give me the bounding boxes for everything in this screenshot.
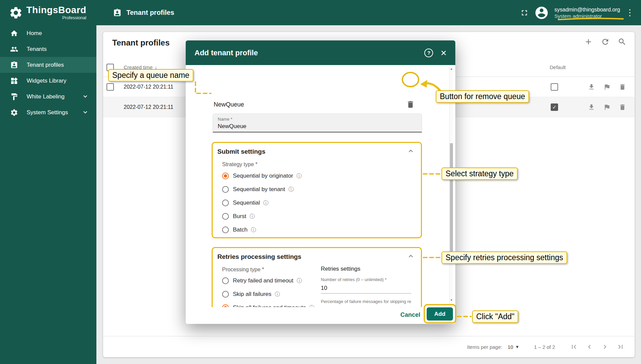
items-per-page-label: Items per page: xyxy=(467,344,502,350)
sidebar-item-tenant-profiles[interactable]: Tenant profiles xyxy=(0,57,96,73)
queue-name-input[interactable]: Name * NewQueue xyxy=(213,114,422,132)
sidebar-nav: Home Tenants Tenant profiles Widgets Lib… xyxy=(0,25,96,364)
dialog-header: Add tenant profile ? × xyxy=(186,40,455,65)
add-button[interactable]: Add xyxy=(427,307,453,321)
first-page-icon[interactable] xyxy=(570,343,578,351)
pagination-bar: Items per page: 10 ▾ 1 – 2 of 2 xyxy=(103,336,635,357)
gear-icon xyxy=(10,109,18,117)
sidebar-item-tenants[interactable]: Tenants xyxy=(0,41,96,57)
info-icon[interactable]: ⓘ xyxy=(263,200,269,207)
header-actions: sysadmin@thingsboard.org System administ… xyxy=(520,0,641,25)
sidebar-item-white-labeling[interactable]: White Labeling xyxy=(0,89,96,104)
input-underline xyxy=(321,293,411,294)
radio-burst[interactable]: Burst ⓘ xyxy=(222,212,302,221)
page-header: Tenant profiles xyxy=(113,8,174,17)
delete-icon[interactable] xyxy=(619,103,626,111)
kebab-menu-icon[interactable]: ⋮ xyxy=(625,7,632,18)
scroll-up-icon[interactable]: ▲ xyxy=(450,67,453,70)
flag-icon[interactable] xyxy=(603,83,611,91)
radio-button[interactable] xyxy=(222,277,229,284)
info-icon[interactable]: ⓘ xyxy=(309,304,314,307)
radio-button[interactable] xyxy=(222,226,229,233)
column-default[interactable]: Default xyxy=(550,64,566,70)
info-icon[interactable]: ⓘ xyxy=(297,173,302,180)
page-title: Tenant profiles xyxy=(126,9,174,17)
people-icon xyxy=(10,45,18,53)
refresh-icon[interactable] xyxy=(601,37,610,46)
sidebar-item-widgets-library[interactable]: Widgets Library xyxy=(0,73,96,89)
collapse-chevron-icon[interactable] xyxy=(407,147,415,155)
add-tenant-profile-dialog: Add tenant profile ? × NewQueue Name * N… xyxy=(186,40,455,324)
radio-skip-all-failures[interactable]: Skip all failures ⓘ xyxy=(222,290,314,299)
default-checkbox[interactable]: ✓ xyxy=(551,103,558,111)
retries-settings-title: Retries settings xyxy=(321,266,360,272)
fullscreen-icon[interactable] xyxy=(520,8,529,17)
sidebar-item-home[interactable]: Home xyxy=(0,25,96,41)
info-icon[interactable]: ⓘ xyxy=(288,186,294,193)
cell-created-time: 2022-07-12 20:21:11 xyxy=(124,104,173,110)
brand-name: ThingsBoard xyxy=(26,5,86,15)
radio-button[interactable] xyxy=(222,200,229,206)
radio-button[interactable] xyxy=(222,304,229,307)
add-icon[interactable] xyxy=(584,37,593,46)
search-icon[interactable] xyxy=(618,37,627,46)
remove-queue-trash-icon[interactable] xyxy=(406,100,415,109)
dialog-footer: Cancel Add xyxy=(186,307,455,324)
download-icon[interactable] xyxy=(588,103,595,111)
close-icon[interactable]: × xyxy=(440,49,447,57)
last-page-icon[interactable] xyxy=(616,343,624,351)
check-icon: ✓ xyxy=(552,104,557,110)
info-icon[interactable]: ⓘ xyxy=(251,226,256,234)
radio-button[interactable] xyxy=(222,291,229,298)
info-icon[interactable]: ⓘ xyxy=(275,291,280,298)
home-icon xyxy=(10,29,18,37)
help-icon[interactable]: ? xyxy=(424,49,433,57)
radio-sequential-by-tenant[interactable]: Sequential by tenant ⓘ xyxy=(222,185,302,194)
retries-processing-section: Retries processing settings Processing t… xyxy=(212,247,422,307)
radio-sequential-by-originator[interactable]: Sequential by originator ⓘ xyxy=(222,171,302,181)
next-page-icon[interactable] xyxy=(601,343,609,351)
number-of-retries-input[interactable]: 10 xyxy=(321,285,327,292)
user-email: sysadmin@thingsboard.org xyxy=(554,6,620,13)
card-toolbar xyxy=(584,37,627,46)
processing-radio-group: Retry failed and timeout ⓘ Skip all fail… xyxy=(222,276,314,307)
radio-sequential[interactable]: Sequential ⓘ xyxy=(222,198,302,208)
sidebar-item-system-settings[interactable]: System Settings xyxy=(0,104,96,120)
tenant-profile-icon xyxy=(10,61,18,69)
scrollbar-thumb[interactable] xyxy=(450,143,453,262)
strategy-radio-group: Sequential by originator ⓘ Sequential by… xyxy=(222,171,302,239)
pagination-nav xyxy=(570,343,624,351)
prev-page-icon[interactable] xyxy=(585,343,593,351)
section-title: Retries processing settings xyxy=(217,253,301,261)
processing-type-label: Processing type * xyxy=(222,267,264,273)
tenant-profile-icon xyxy=(113,8,122,17)
row-checkbox[interactable] xyxy=(106,83,114,91)
scroll-down-icon[interactable]: ▼ xyxy=(450,299,453,302)
radio-button[interactable] xyxy=(222,173,229,179)
items-per-page-select[interactable]: 10 ▾ xyxy=(508,344,518,350)
annotation-select-strategy: Select strategy type xyxy=(441,168,518,180)
avatar[interactable] xyxy=(534,5,549,20)
caret-down-icon: ▾ xyxy=(516,344,519,350)
annotation-specify-queue-name: Specify a queue name xyxy=(108,69,193,82)
brand-logo[interactable]: ThingsBoard Professional xyxy=(0,5,96,20)
thingsboard-app: ThingsBoard Professional Tenant profiles… xyxy=(0,0,641,364)
default-checkbox[interactable] xyxy=(551,83,558,91)
radio-batch[interactable]: Batch ⓘ xyxy=(222,225,302,235)
flag-icon[interactable] xyxy=(603,103,611,111)
radio-button[interactable] xyxy=(222,186,229,193)
collapse-chevron-icon[interactable] xyxy=(407,252,415,260)
info-icon[interactable]: ⓘ xyxy=(297,277,302,284)
delete-icon[interactable] xyxy=(619,83,626,91)
info-icon[interactable]: ⓘ xyxy=(250,213,255,220)
queue-name-heading: NewQueue xyxy=(214,100,244,109)
chevron-down-icon xyxy=(82,93,89,100)
radio-skip-all-failures-and-timeouts[interactable]: Skip all failures and timeouts ⓘ xyxy=(222,303,314,307)
download-icon[interactable] xyxy=(588,83,595,91)
radio-retry-failed-and-timeout[interactable]: Retry failed and timeout ⓘ xyxy=(222,276,314,285)
submit-settings-section: Submit settings Strategy type * Sequenti… xyxy=(212,142,422,238)
radio-button[interactable] xyxy=(222,213,229,220)
cell-created-time: 2022-07-12 20:21:11 xyxy=(124,84,173,90)
brand-subtitle: Professional xyxy=(26,15,86,20)
cancel-button[interactable]: Cancel xyxy=(400,311,420,318)
